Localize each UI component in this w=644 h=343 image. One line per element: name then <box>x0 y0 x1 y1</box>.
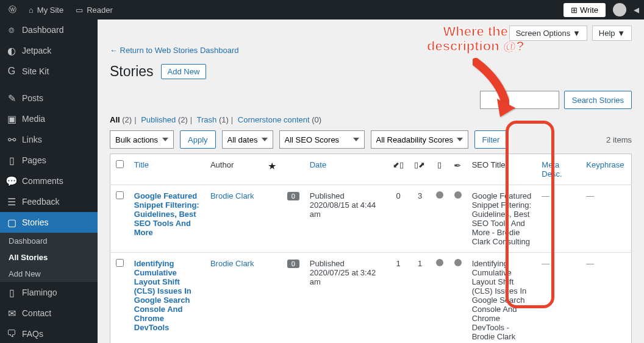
row-title-link[interactable]: Identifying Cumulative Layout Shift (CLS… <box>134 259 191 332</box>
table-header-row: Title Author ★ Date ⬋▯ ▯⬈ ▯ ✒ SEO Title … <box>110 154 632 185</box>
dashboard-icon: ⌾ <box>6 24 17 35</box>
stories-submenu: Dashboard All Stories Add New <box>0 233 98 282</box>
outgoing-links-icon: ▯⬈ <box>414 160 425 169</box>
submenu-dashboard[interactable]: Dashboard <box>0 233 98 249</box>
status-filters: All (2)| Published (2)| Trash (1)| Corne… <box>110 115 632 124</box>
sidebar-item-pages[interactable]: ▯Pages <box>0 150 98 171</box>
table-row: Google Featured Snippet Filtering: Guide… <box>110 185 632 253</box>
cornerstone-count: (0) <box>312 115 321 124</box>
sidebar-item-faqs[interactable]: 🗨FAQs <box>0 324 98 343</box>
reader-link[interactable]: ▭Reader <box>72 5 116 15</box>
help-label: Help <box>599 29 615 38</box>
sidebar-item-label: Comments <box>22 176 63 186</box>
avatar[interactable] <box>613 3 626 16</box>
row-checkbox[interactable] <box>116 259 124 267</box>
sidebar-item-label: FAQs <box>22 329 43 339</box>
filter-button[interactable]: Filter <box>474 130 508 149</box>
col-meta-desc[interactable]: Meta Desc. <box>542 160 562 179</box>
comment-icon: 💬 <box>6 175 17 186</box>
my-site-link[interactable]: ⌂My Site <box>25 5 67 15</box>
readability-select[interactable]: All Readability Scores <box>371 130 468 149</box>
admin-sidebar: ⌾Dashboard ◐Jetpack GSite Kit ✎Posts ▣Me… <box>0 19 98 343</box>
incoming-count: 1 <box>387 253 409 344</box>
filter-cornerstone[interactable]: Cornerstone content <box>238 115 310 124</box>
seo-scores-select[interactable]: All SEO Scores <box>279 130 365 149</box>
reader-icon: ▭ <box>76 5 83 15</box>
sidebar-item-label: Dashboard <box>22 25 64 35</box>
notifications-icon[interactable]: ◂ <box>634 3 639 16</box>
readability-dot <box>454 259 462 266</box>
all-count: (2) <box>122 115 132 124</box>
main-content: Screen Options ▼ Help ▼ ← Return to Web … <box>98 19 644 343</box>
items-count-top: 2 items <box>606 135 632 144</box>
row-author-link[interactable]: Brodie Clark <box>210 259 254 268</box>
row-checkbox[interactable] <box>116 191 124 199</box>
row-title-link[interactable]: Google Featured Snippet Filtering: Guide… <box>134 191 199 237</box>
tag-count-badge: 0 <box>287 260 299 268</box>
apply-button[interactable]: Apply <box>180 130 216 149</box>
help-button[interactable]: Help ▼ <box>592 26 632 41</box>
filter-all[interactable]: All <box>110 115 120 124</box>
sidebar-item-label: Links <box>22 135 42 144</box>
sidebar-item-dashboard[interactable]: ⌾Dashboard <box>0 19 98 40</box>
feedback-icon: ☰ <box>6 196 17 207</box>
sidebar-item-flamingo[interactable]: ▯Flamingo <box>0 282 98 303</box>
filter-trash[interactable]: Trash <box>197 115 217 124</box>
sidebar-item-sitekit[interactable]: GSite Kit <box>0 61 98 82</box>
select-all-checkbox[interactable] <box>116 160 124 168</box>
screen-options-label: Screen Options <box>516 29 571 38</box>
sidebar-item-label: Jetpack <box>22 46 51 55</box>
seo-title-cell: Identifying Cumulative Layout Shift (CLS… <box>467 253 537 344</box>
search-button[interactable]: Search Stories <box>564 91 632 109</box>
date-time: 2020/08/15 at 4:44 am <box>310 200 376 219</box>
search-input[interactable] <box>480 91 559 109</box>
col-keyphrase[interactable]: Keyphrase <box>586 160 624 169</box>
readability-dot <box>454 191 462 199</box>
seo-title-cell: Google Featured Snippet Filtering: Guide… <box>467 185 537 253</box>
submenu-add-new[interactable]: Add New <box>0 266 98 282</box>
sidebar-item-contact[interactable]: ✉Contact <box>0 303 98 324</box>
submenu-all-stories[interactable]: All Stories <box>0 249 98 266</box>
outgoing-count: 1 <box>409 253 431 344</box>
home-icon: ⌂ <box>29 5 34 15</box>
pin-icon: ✎ <box>6 93 17 104</box>
seo-score-icon: ▯ <box>437 160 442 169</box>
sidebar-item-label: Stories <box>22 217 49 227</box>
seo-score-dot <box>436 191 443 199</box>
col-title[interactable]: Title <box>134 160 149 169</box>
return-link[interactable]: ← Return to Web Stories Dashboard <box>110 46 238 55</box>
sidebar-item-label: Site Kit <box>22 66 49 76</box>
keyphrase-cell: — <box>581 253 631 344</box>
tag-count-badge: 0 <box>287 192 299 200</box>
media-icon: ▣ <box>6 113 17 124</box>
screen-options-button[interactable]: Screen Options ▼ <box>509 26 587 41</box>
readability-icon: ✒ <box>454 160 462 171</box>
sidebar-item-label: Pages <box>22 155 46 165</box>
col-date[interactable]: Date <box>310 160 326 169</box>
sidebar-item-comments[interactable]: 💬Comments <box>0 171 98 191</box>
dates-select[interactable]: All dates <box>222 130 273 149</box>
flamingo-icon: ▯ <box>6 287 17 298</box>
sidebar-item-stories[interactable]: ▢Stories <box>0 212 98 233</box>
add-new-button[interactable]: Add New <box>161 64 207 79</box>
bulk-actions-select[interactable]: Bulk actions <box>110 130 174 149</box>
page-icon: ▯ <box>6 155 17 166</box>
sidebar-item-jetpack[interactable]: ◐Jetpack <box>0 40 98 61</box>
wp-logo[interactable]: ⓦ <box>5 4 20 15</box>
date-status: Published <box>310 191 345 200</box>
write-button[interactable]: ⊞Write <box>564 3 606 17</box>
sidebar-item-posts[interactable]: ✎Posts <box>0 88 98 108</box>
sidebar-item-feedback[interactable]: ☰Feedback <box>0 191 98 212</box>
reader-label: Reader <box>87 5 113 15</box>
row-author-link[interactable]: Brodie Clark <box>210 191 254 200</box>
col-seo-title: SEO Title <box>467 154 537 185</box>
sidebar-item-media[interactable]: ▣Media <box>0 108 98 129</box>
seo-score-dot <box>436 259 443 266</box>
write-icon: ⊞ <box>571 5 578 15</box>
sidebar-item-links[interactable]: ⚯Links <box>0 129 98 150</box>
google-icon: G <box>6 66 17 77</box>
date-status: Published <box>310 259 345 268</box>
table-row: Identifying Cumulative Layout Shift (CLS… <box>110 253 632 344</box>
filter-published[interactable]: Published <box>141 115 176 124</box>
link-icon: ⚯ <box>6 134 17 145</box>
